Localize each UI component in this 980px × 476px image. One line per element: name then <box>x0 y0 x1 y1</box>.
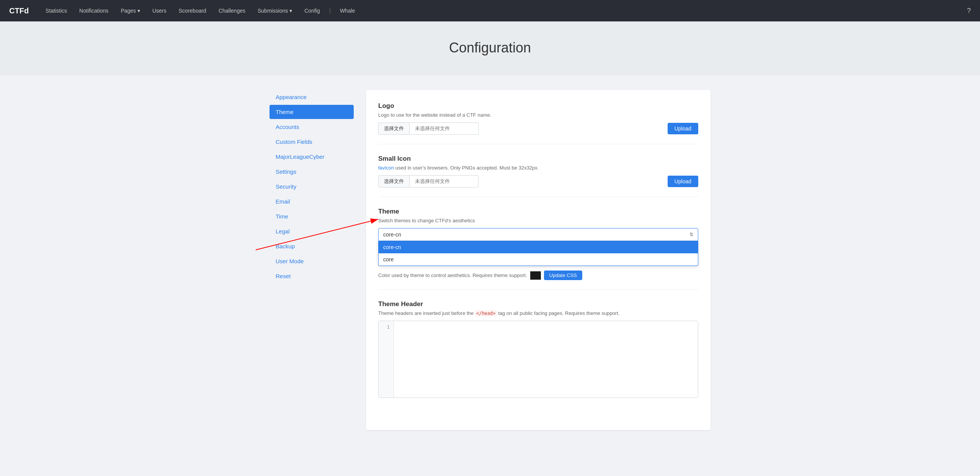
sidebar-item-user-mode[interactable]: User Mode <box>270 254 354 268</box>
logo-file-button[interactable]: 选择文件 <box>378 122 410 135</box>
sidebar-item-backup[interactable]: Backup <box>270 239 354 253</box>
sidebar-item-settings[interactable]: Settings <box>270 165 354 179</box>
small-icon-file-name: 未选择任何文件 <box>410 175 479 187</box>
logo-upload-wrapper: 选择文件 未选择任何文件 Upload <box>378 122 698 135</box>
logo-section: Logo Logo to use for the website instead… <box>378 102 698 144</box>
main-content: Logo Logo to use for the website instead… <box>366 90 710 430</box>
theme-header-desc-suffix: tag on all public facing pages. Requires… <box>498 310 619 316</box>
sidebar-item-appearance[interactable]: Appearance <box>270 90 354 104</box>
theme-header-title: Theme Header <box>378 300 698 308</box>
nav-challenges[interactable]: Challenges <box>214 5 250 17</box>
theme-selected-value: core-cn <box>383 231 689 238</box>
small-icon-file-button[interactable]: 选择文件 <box>378 175 410 187</box>
small-icon-title: Small Icon <box>378 155 698 163</box>
line-numbers: 1 <box>379 321 394 398</box>
nav-pages[interactable]: Pages ▾ <box>116 5 145 17</box>
theme-header-desc: Theme headers are inserted just before t… <box>378 310 698 316</box>
theme-dropdown: core-cn core <box>378 241 698 266</box>
nav-scoreboard[interactable]: Scoreboard <box>174 5 211 17</box>
logo-title: Logo <box>378 102 698 110</box>
theme-option-core[interactable]: core <box>379 253 698 266</box>
nav-statistics[interactable]: Statistics <box>41 5 72 17</box>
sidebar-item-email[interactable]: Email <box>270 194 354 209</box>
nav-divider: | <box>329 7 331 14</box>
nav-submissions[interactable]: Submissions ▾ <box>253 5 297 17</box>
logo-file-input-row: 选择文件 未选择任何文件 <box>378 122 479 135</box>
theme-desc: Switch themes to change CTFd's aesthetic… <box>378 218 698 223</box>
sidebar-item-legal[interactable]: Legal <box>270 224 354 238</box>
theme-title: Theme <box>378 208 698 215</box>
code-textarea[interactable] <box>394 321 698 398</box>
help-icon[interactable]: ? <box>967 7 971 15</box>
small-icon-desc: favicon used in user's browsers. Only PN… <box>378 165 698 171</box>
content-area: Appearance Theme Accounts Custom Fields … <box>260 90 720 430</box>
small-icon-desc-suffix: used in user's browsers. Only PNGs accep… <box>395 165 539 171</box>
navbar-right: ? <box>967 7 971 15</box>
color-row: Color used by theme to control aesthetic… <box>378 271 698 280</box>
nav-users[interactable]: Users <box>148 5 171 17</box>
sidebar-item-custom-fields[interactable]: Custom Fields <box>270 135 354 149</box>
theme-select-arrow: ⇅ <box>689 232 693 237</box>
theme-select-wrapper: core-cn ⇅ core-cn core <box>378 228 698 266</box>
sidebar: Appearance Theme Accounts Custom Fields … <box>270 90 354 430</box>
sidebar-item-time[interactable]: Time <box>270 209 354 223</box>
sidebar-item-security[interactable]: Security <box>270 179 354 194</box>
theme-header-desc-code: </head> <box>475 310 497 316</box>
sidebar-item-theme[interactable]: Theme <box>270 105 354 119</box>
navbar: CTFd Statistics Notifications Pages ▾ Us… <box>0 0 980 21</box>
code-editor: 1 <box>378 321 698 398</box>
theme-section: Theme Switch themes to change CTFd's aes… <box>378 208 698 290</box>
color-desc: Color used by theme to control aesthetic… <box>378 272 527 278</box>
color-swatch[interactable] <box>530 271 541 280</box>
theme-header-desc-prefix: Theme headers are inserted just before t… <box>378 310 475 316</box>
nav-config[interactable]: Config <box>300 5 324 17</box>
sidebar-item-accounts[interactable]: Accounts <box>270 120 354 134</box>
nav-notifications[interactable]: Notifications <box>75 5 113 17</box>
logo-file-name: 未选择任何文件 <box>410 122 479 135</box>
logo-upload-button[interactable]: Upload <box>668 123 698 134</box>
nav-whale[interactable]: Whale <box>335 5 360 17</box>
page-title: Configuration <box>0 40 980 56</box>
logo-desc: Logo to use for the website instead of a… <box>378 112 698 118</box>
favicon-link[interactable]: favicon <box>378 165 394 171</box>
navbar-links: Statistics Notifications Pages ▾ Users S… <box>41 5 967 17</box>
sidebar-item-majorleaguecyber[interactable]: MajorLeagueCyber <box>270 150 354 164</box>
small-icon-upload-button[interactable]: Upload <box>668 176 698 187</box>
small-icon-upload-wrapper: 选择文件 未选择任何文件 Upload <box>378 175 698 187</box>
theme-option-core-cn[interactable]: core-cn <box>379 241 698 253</box>
sidebar-item-reset[interactable]: Reset <box>270 269 354 283</box>
theme-header-section: Theme Header Theme headers are inserted … <box>378 300 698 407</box>
update-css-button[interactable]: Update CSS <box>544 271 582 280</box>
page-header: Configuration <box>0 21 980 75</box>
small-icon-section: Small Icon favicon used in user's browse… <box>378 155 698 197</box>
theme-select-display[interactable]: core-cn ⇅ <box>378 228 698 241</box>
small-icon-file-input-row: 选择文件 未选择任何文件 <box>378 175 479 187</box>
brand-logo[interactable]: CTFd <box>9 7 29 15</box>
line-number-1: 1 <box>382 324 390 330</box>
